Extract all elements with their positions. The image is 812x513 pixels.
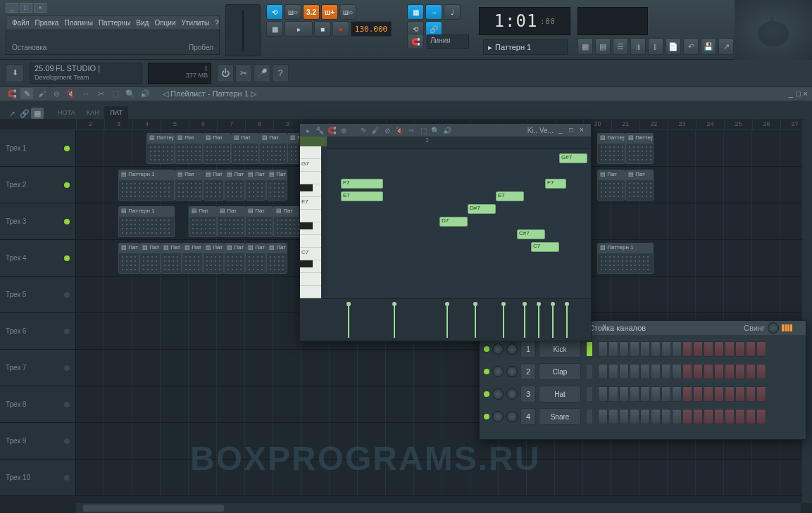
velocity-panel[interactable] <box>300 298 591 341</box>
track-mute-led[interactable] <box>64 292 70 298</box>
channel-led[interactable] <box>484 414 489 419</box>
playlist-max-icon[interactable]: □ <box>796 89 801 98</box>
step-button[interactable] <box>746 386 756 402</box>
step-button[interactable] <box>693 341 703 357</box>
step-button[interactable] <box>735 341 745 357</box>
step-button[interactable] <box>672 364 682 379</box>
step-button[interactable] <box>682 341 692 357</box>
mute-tool-icon[interactable]: 🔇 <box>65 88 77 99</box>
step-button[interactable] <box>746 364 756 379</box>
step-edit-button[interactable]: → <box>425 4 442 20</box>
step-button[interactable] <box>619 364 629 379</box>
pattern-clip[interactable]: ▤ Пат <box>231 133 259 164</box>
step-button[interactable] <box>630 386 639 402</box>
track-mute-led[interactable] <box>64 146 70 151</box>
step-button[interactable] <box>598 386 608 402</box>
track-mute-led[interactable] <box>64 438 70 444</box>
pattern-clip[interactable]: ▤ Пат <box>161 243 182 274</box>
menu-plugins[interactable]: Плагины <box>61 18 96 28</box>
pattern-clip[interactable]: ▤ Пат <box>203 243 224 274</box>
step-button[interactable] <box>714 386 724 402</box>
channel-name-button[interactable]: Clap <box>539 363 581 380</box>
menu-help[interactable]: ? <box>212 18 222 28</box>
track-header[interactable]: Трек 7 <box>0 350 76 386</box>
grid-tool-icon[interactable]: ▦ <box>31 108 44 119</box>
velocity-bar[interactable] <box>446 304 448 338</box>
tempo-tap-button[interactable]: 📄 <box>666 38 681 55</box>
step-button[interactable] <box>756 364 766 379</box>
channel-name-button[interactable]: Kick <box>539 341 581 357</box>
pr-timeline[interactable]: 2 <box>327 137 591 149</box>
step-button[interactable] <box>682 386 692 402</box>
zoom-tool-icon[interactable]: 🔍 <box>124 88 137 99</box>
menu-tools[interactable]: Утилиты <box>179 18 213 28</box>
pencil-tool-icon[interactable]: ✎ <box>20 88 33 99</box>
track-mute-led[interactable] <box>64 255 70 261</box>
mic-icon[interactable]: 🎤 <box>254 64 270 82</box>
channel-number[interactable]: 4 <box>520 408 536 425</box>
step-button[interactable] <box>651 341 661 357</box>
step-button[interactable] <box>756 341 766 357</box>
menu-view[interactable]: Вид <box>133 18 151 28</box>
pattern-clip[interactable]: ▤ Пат <box>217 206 245 237</box>
pattern-selector[interactable]: ▸ Паттерн 1 <box>483 39 568 55</box>
pan-knob[interactable] <box>492 388 504 400</box>
stop-button[interactable]: ■ <box>314 21 331 37</box>
menu-options[interactable]: Опции <box>151 18 178 28</box>
pattern-clip[interactable]: ▤ Пат <box>273 206 301 237</box>
step-button[interactable] <box>608 386 618 402</box>
step-button[interactable] <box>619 341 629 357</box>
channel-rack-button[interactable]: ☰ <box>613 38 628 55</box>
countdown-button[interactable]: 3.2 <box>303 4 320 20</box>
pattern-clip[interactable]: ▤ Пат <box>245 170 266 201</box>
arrow-tool-icon[interactable]: ➚ <box>6 108 18 119</box>
pattern-clip[interactable]: ▤ Паттерн 1 <box>118 170 175 201</box>
piano-roll-grid[interactable]: 2 F7E7D7D#7E7C#7C7F7G#7 <box>327 137 591 298</box>
step-button[interactable] <box>661 364 671 379</box>
pattern-clip[interactable]: ▤ Паттерн 1 <box>118 206 175 237</box>
step-button[interactable] <box>704 409 713 424</box>
pan-knob[interactable] <box>492 366 504 377</box>
tab-note[interactable]: НОТА <box>52 106 81 119</box>
slice-tool-icon[interactable]: ✂ <box>94 88 107 99</box>
step-button[interactable] <box>735 386 745 402</box>
step-button[interactable] <box>704 341 713 357</box>
velocity-bar[interactable] <box>552 304 554 338</box>
pattern-clip[interactable]: ▤ Пат <box>203 170 224 201</box>
track-header[interactable]: Трек 8 <box>0 386 76 422</box>
velocity-bar[interactable] <box>566 304 568 338</box>
step-button[interactable] <box>640 386 650 402</box>
step-button[interactable] <box>651 409 661 424</box>
step-button[interactable] <box>746 341 756 357</box>
metronome-button[interactable]: ⟲ <box>266 4 283 20</box>
maximize-button[interactable]: □ <box>20 3 32 13</box>
playlist-button[interactable]: ▦ <box>577 38 593 55</box>
piano-keys[interactable]: G7F7E7D7C7B6 <box>300 146 321 298</box>
track-header[interactable]: Трек 6 <box>0 313 76 349</box>
snap-icon[interactable]: 🧲 <box>407 34 424 49</box>
step-button[interactable] <box>735 409 745 424</box>
horizontal-scrollbar[interactable] <box>76 503 801 513</box>
pr-wrench-icon[interactable]: 🔧 <box>315 125 325 135</box>
play-tool-icon[interactable]: 🔊 <box>139 88 151 99</box>
step-button[interactable] <box>735 364 745 379</box>
save-button[interactable]: 💾 <box>701 38 716 55</box>
step-button[interactable] <box>630 409 639 424</box>
pattern-clip[interactable]: ▤ Пат <box>175 133 203 164</box>
help-icon[interactable]: ? <box>272 64 289 82</box>
pattern-clip[interactable]: ▤ Паттерн 1 <box>146 133 175 164</box>
pattern-clip[interactable]: ▤ Пат <box>597 170 625 201</box>
velocity-bar[interactable] <box>503 304 504 338</box>
track-mute-led[interactable] <box>64 365 70 371</box>
step-button[interactable] <box>693 364 703 379</box>
step-button[interactable] <box>651 386 661 402</box>
pattern-clip[interactable]: ▤ Пат <box>139 243 161 274</box>
pattern-clip[interactable]: ▤ Пат <box>259 133 287 164</box>
channel-led[interactable] <box>484 346 489 352</box>
velocity-bar[interactable] <box>475 304 476 338</box>
pr-delete-icon[interactable]: ⊘ <box>382 125 392 135</box>
vol-knob[interactable] <box>506 366 518 377</box>
step-button[interactable] <box>725 409 735 424</box>
step-button[interactable] <box>661 386 671 402</box>
step-button[interactable] <box>640 341 650 357</box>
